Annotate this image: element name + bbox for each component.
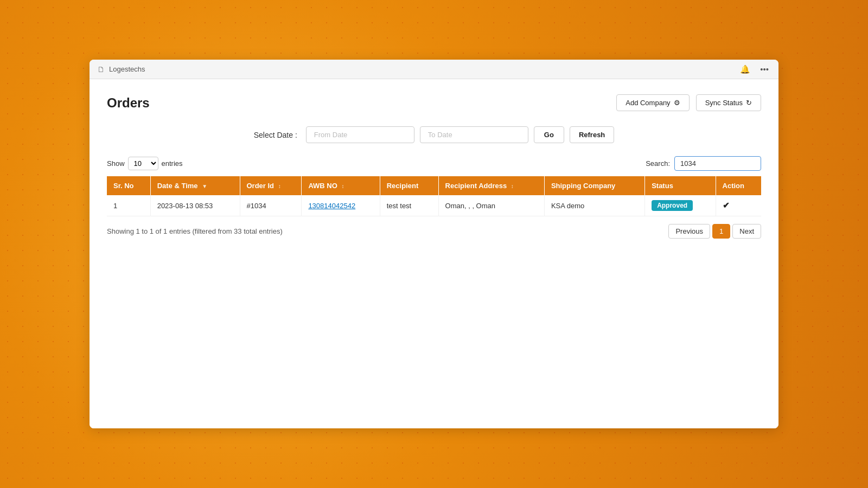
cell-sr-no: 1 — [107, 195, 150, 216]
entries-select[interactable]: 10 25 50 100 — [128, 157, 158, 170]
next-button[interactable]: Next — [732, 224, 761, 239]
cell-action[interactable]: ✔ — [716, 195, 761, 216]
table-row: 1 2023-08-13 08:53 #1034 130814042542 te… — [107, 195, 761, 216]
cell-awb-no[interactable]: 130814042542 — [302, 195, 380, 216]
to-date-input[interactable] — [420, 126, 528, 143]
cell-recipient: test test — [380, 195, 438, 216]
page-header: Orders Add Company ⚙ Sync Status ↻ — [107, 94, 761, 111]
header-actions: Add Company ⚙ Sync Status ↻ — [616, 94, 761, 111]
refresh-icon: ↻ — [746, 99, 752, 107]
table-header-row: Sr. No Date & Time ▼ Order Id ↕ AWB NO ↕… — [107, 176, 761, 195]
pagination: Previous 1 Next — [668, 224, 761, 239]
add-company-label: Add Company — [626, 99, 670, 107]
go-button[interactable]: Go — [534, 126, 564, 143]
cell-shipping-company: KSA demo — [544, 195, 644, 216]
show-entries: Show 10 25 50 100 entries — [107, 157, 183, 170]
showing-text: Showing 1 to 1 of 1 entries (filtered fr… — [107, 227, 283, 235]
filter-icon: ⚙ — [674, 99, 680, 107]
page-1-button[interactable]: 1 — [712, 224, 730, 239]
sync-status-button[interactable]: Sync Status ↻ — [696, 94, 761, 111]
cell-order-id: #1034 — [240, 195, 302, 216]
titlebar-left: 🗋 Logestechs — [97, 65, 145, 74]
sort-icon: ↕ — [511, 183, 514, 189]
notification-button[interactable]: 🔔 — [738, 63, 752, 75]
sort-icon: ↕ — [341, 183, 344, 189]
sync-status-label: Sync Status — [705, 99, 743, 107]
filter-row: Select Date : Go Refresh — [107, 126, 761, 143]
cell-recipient-address: Oman, , , Oman — [438, 195, 544, 216]
search-input[interactable] — [674, 156, 761, 171]
search-box: Search: — [646, 156, 761, 171]
col-awb-no[interactable]: AWB NO ↕ — [302, 176, 380, 195]
cell-status: Approved — [645, 195, 716, 216]
more-options-button[interactable]: ••• — [758, 63, 771, 75]
refresh-button[interactable]: Refresh — [570, 126, 614, 143]
col-recipient-address[interactable]: Recipient Address ↕ — [438, 176, 544, 195]
app-icon: 🗋 — [97, 65, 105, 74]
app-title: Logestechs — [109, 65, 145, 73]
table-footer: Showing 1 to 1 of 1 entries (filtered fr… — [107, 224, 761, 239]
show-label: Show — [107, 159, 125, 168]
previous-button[interactable]: Previous — [668, 224, 710, 239]
col-status: Status — [645, 176, 716, 195]
cell-date-time: 2023-08-13 08:53 — [150, 195, 240, 216]
titlebar: 🗋 Logestechs 🔔 ••• — [90, 60, 778, 79]
col-recipient: Recipient — [380, 176, 438, 195]
col-shipping-company: Shipping Company — [544, 176, 644, 195]
titlebar-right: 🔔 ••• — [738, 63, 771, 75]
sort-icon: ▼ — [202, 183, 207, 189]
add-company-button[interactable]: Add Company ⚙ — [616, 94, 689, 111]
awb-link[interactable]: 130814042542 — [308, 202, 355, 210]
col-order-id[interactable]: Order Id ↕ — [240, 176, 302, 195]
app-window: 🗋 Logestechs 🔔 ••• Orders Add Company ⚙ … — [90, 60, 778, 428]
col-date-time[interactable]: Date & Time ▼ — [150, 176, 240, 195]
filter-label: Select Date : — [254, 131, 297, 139]
search-label: Search: — [646, 159, 670, 168]
col-sr-no: Sr. No — [107, 176, 150, 195]
page-title: Orders — [107, 95, 150, 111]
table-controls: Show 10 25 50 100 entries Search: — [107, 156, 761, 171]
col-action: Action — [716, 176, 761, 195]
sort-icon: ↕ — [278, 183, 281, 189]
orders-table: Sr. No Date & Time ▼ Order Id ↕ AWB NO ↕… — [107, 176, 761, 216]
status-badge: Approved — [652, 200, 693, 211]
from-date-input[interactable] — [306, 126, 414, 143]
main-content: Orders Add Company ⚙ Sync Status ↻ Selec… — [90, 79, 778, 428]
action-check[interactable]: ✔ — [723, 201, 730, 210]
entries-label: entries — [162, 159, 183, 168]
